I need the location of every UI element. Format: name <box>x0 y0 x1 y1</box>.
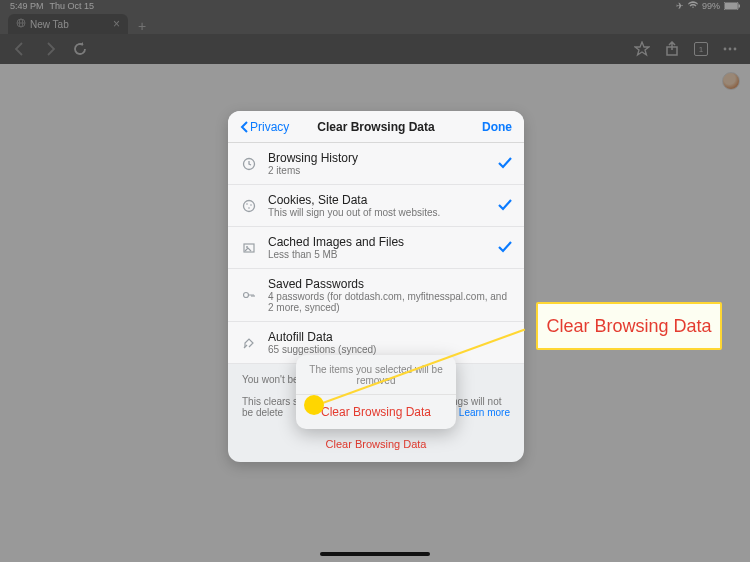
svg-point-11 <box>244 200 255 211</box>
data-type-list: Browsing History2 items Cookies, Site Da… <box>228 143 524 364</box>
svg-point-17 <box>244 293 249 298</box>
done-button[interactable]: Done <box>482 120 512 134</box>
home-indicator[interactable] <box>320 552 430 556</box>
check-icon <box>498 197 512 215</box>
history-icon <box>240 157 258 171</box>
row-title: Cookies, Site Data <box>268 193 488 207</box>
row-title: Autofill Data <box>268 330 512 344</box>
check-icon <box>498 155 512 173</box>
popover-arrow-icon <box>369 428 383 429</box>
clear-data-modal: Clear Browsing Data Privacy Done Browsin… <box>228 111 524 462</box>
row-cached[interactable]: Cached Images and FilesLess than 5 MB <box>228 227 524 269</box>
back-to-privacy[interactable]: Privacy <box>240 120 289 134</box>
row-cookies[interactable]: Cookies, Site DataThis will sign you out… <box>228 185 524 227</box>
svg-point-13 <box>250 204 252 206</box>
key-icon <box>240 288 258 302</box>
foot-line1: You won't be <box>242 374 299 385</box>
row-title: Saved Passwords <box>268 277 512 291</box>
confirm-popover: The items you selected will be removed C… <box>296 355 456 429</box>
annotation-dot <box>304 395 324 415</box>
images-icon <box>240 241 258 255</box>
row-title: Browsing History <box>268 151 488 165</box>
row-sub: This will sign you out of most websites. <box>268 207 488 218</box>
callout-text: Clear Browsing Data <box>546 316 711 337</box>
check-icon <box>498 239 512 257</box>
modal-header: Clear Browsing Data Privacy Done <box>228 111 524 143</box>
chevron-left-icon <box>240 121 249 133</box>
row-sub: 2 items <box>268 165 488 176</box>
learn-more-link[interactable]: Learn more <box>459 407 510 418</box>
annotation-callout: Clear Browsing Data <box>536 302 722 350</box>
foot-line2a: This clears sy <box>242 396 303 407</box>
autofill-icon <box>240 336 258 350</box>
row-passwords[interactable]: Saved Passwords4 passwords (for dotdash.… <box>228 269 524 322</box>
row-sub: Less than 5 MB <box>268 249 488 260</box>
row-title: Cached Images and Files <box>268 235 488 249</box>
svg-point-12 <box>246 203 248 205</box>
clear-browsing-data-button[interactable]: Clear Browsing Data <box>228 428 524 462</box>
back-label: Privacy <box>250 120 289 134</box>
svg-point-14 <box>248 207 250 209</box>
cookies-icon <box>240 199 258 213</box>
row-browsing-history[interactable]: Browsing History2 items <box>228 143 524 185</box>
row-sub: 4 passwords (for dotdash.com, myfitnessp… <box>268 291 512 313</box>
